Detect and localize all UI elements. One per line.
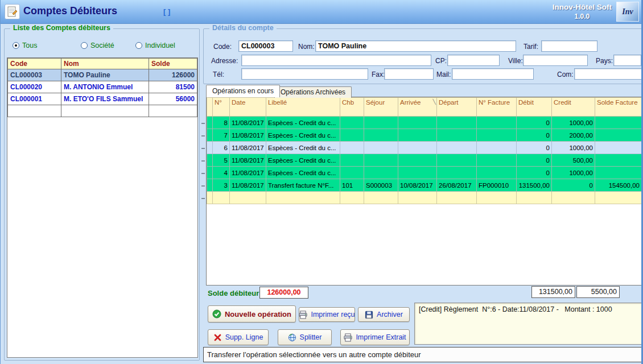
filter-radio-tous[interactable]: Tous bbox=[13, 42, 37, 49]
nouvelle-operation-label: Nouvelle opération bbox=[225, 310, 291, 318]
app-window: Comptes Débiteurs [ ] Innov-Hôtel Soft 1… bbox=[0, 0, 643, 364]
nouvelle-operation-button[interactable]: Nouvelle opération bbox=[208, 305, 296, 322]
op-facture bbox=[477, 117, 517, 129]
ville-input[interactable] bbox=[523, 55, 588, 66]
op-sejour: S000003 bbox=[364, 179, 398, 192]
operations-table: N° Date Libellé Chb Séjour Arrivée Dépar… bbox=[207, 97, 642, 204]
titlebar-brackets: [ ] bbox=[163, 7, 170, 16]
clients-header-code[interactable]: Code bbox=[8, 59, 61, 69]
client-row-empty bbox=[8, 105, 197, 117]
archiver-button[interactable]: Archiver bbox=[358, 307, 410, 322]
imprimer-extrait-button[interactable]: Imprimer Extrait bbox=[340, 329, 410, 345]
radio-circle-icon bbox=[135, 42, 142, 49]
ops-header-facture[interactable]: N° Facture bbox=[477, 98, 517, 117]
empty-cell bbox=[266, 192, 340, 204]
operation-row[interactable]: 811/08/2017Espèces - Credit du c...01000… bbox=[207, 117, 642, 129]
tel-input[interactable] bbox=[241, 68, 368, 80]
ops-header-depart[interactable]: Départ bbox=[437, 98, 477, 117]
op-libelle: Espèces - Credit du c... bbox=[266, 154, 340, 167]
clients-list[interactable]: Code Nom Solde CL000003TOMO Pauline12600… bbox=[7, 57, 198, 358]
op-n: 6 bbox=[213, 142, 230, 154]
ops-header-debit[interactable]: Débit bbox=[517, 98, 552, 117]
filter-radios: TousSociétéIndividuel bbox=[9, 42, 195, 52]
ops-header-arrivee[interactable]: Arrivée bbox=[398, 98, 437, 117]
supprimer-ligne-button[interactable]: Supp. Ligne bbox=[208, 329, 269, 345]
empty-cell bbox=[207, 192, 213, 204]
archiver-label: Archiver bbox=[377, 311, 403, 318]
op-date: 11/08/2017 bbox=[230, 167, 266, 179]
operation-row-empty bbox=[207, 192, 642, 204]
solde-debiteur-value: 126000,00 bbox=[259, 287, 308, 299]
row-selector bbox=[207, 117, 213, 129]
operation-row[interactable]: 511/08/2017Espèces - Credit du c...0500,… bbox=[207, 154, 642, 167]
ops-header-libelle[interactable]: Libellé bbox=[266, 98, 340, 117]
operation-row[interactable]: 311/08/2017Transfert facture N°F...101S0… bbox=[207, 179, 642, 192]
tarif-input[interactable] bbox=[541, 40, 597, 52]
splitter-label: Splitter bbox=[300, 333, 322, 341]
op-debit: 0 bbox=[517, 129, 552, 142]
op-libelle: Transfert facture N°F... bbox=[266, 179, 340, 192]
ops-header-sejour[interactable]: Séjour bbox=[364, 98, 398, 117]
filter-radio-individuel[interactable]: Individuel bbox=[135, 42, 175, 49]
empty-cell bbox=[230, 192, 266, 204]
clients-header-solde[interactable]: Solde bbox=[149, 59, 197, 69]
op-arrivee bbox=[398, 167, 437, 179]
solde-debiteur-label: Solde débiteur bbox=[208, 289, 259, 297]
titlebar: Comptes Débiteurs [ ] Innov-Hôtel Soft 1… bbox=[1, 0, 641, 24]
cp-input[interactable] bbox=[447, 55, 500, 66]
tab-operations-en-cours[interactable]: Opérations en cours bbox=[206, 85, 280, 97]
empty-cell bbox=[340, 192, 364, 204]
client-row[interactable]: CL000020M. ANTONIO Emmuel81500 bbox=[8, 81, 197, 93]
ops-header-chb[interactable]: Chb bbox=[340, 98, 364, 117]
app-identity: Innov-Hôtel Soft 1.0.0 bbox=[553, 3, 612, 21]
radio-label: Individuel bbox=[145, 42, 175, 49]
ops-header-numero[interactable]: N° bbox=[213, 98, 230, 117]
supprimer-ligne-label: Supp. Ligne bbox=[225, 333, 263, 341]
tab-operations-archivees[interactable]: Opérations Archivées bbox=[274, 86, 352, 98]
mail-input[interactable] bbox=[452, 68, 534, 80]
empty-cell bbox=[552, 192, 595, 204]
fax-input[interactable] bbox=[384, 68, 434, 80]
operation-row[interactable]: 611/08/2017Espèces - Credit du c...01000… bbox=[207, 142, 642, 154]
clients-header-row: Code Nom Solde bbox=[8, 59, 197, 69]
total-debit-value: 131500,00 bbox=[531, 286, 575, 298]
op-facture bbox=[477, 142, 517, 154]
client-row[interactable]: CL000003TOMO Pauline126000 bbox=[8, 69, 197, 81]
splitter-button[interactable]: Splitter bbox=[278, 329, 332, 345]
ops-header-date[interactable]: Date bbox=[230, 98, 266, 117]
op-debit: 0 bbox=[517, 142, 552, 154]
operation-row[interactable]: 711/08/2017Espèces - Credit du c...02000… bbox=[207, 129, 642, 142]
op-chb bbox=[340, 117, 364, 129]
op-arrivee: 10/08/2017 bbox=[398, 179, 437, 192]
imprimer-recu-button[interactable]: Imprimer reçu bbox=[299, 307, 355, 322]
op-date: 11/08/2017 bbox=[230, 129, 266, 142]
details-group-title: Détails du compte bbox=[209, 24, 277, 32]
code-label: Code: bbox=[213, 43, 232, 51]
ops-header-credit[interactable]: Credit bbox=[552, 98, 595, 117]
filter-radio-société[interactable]: Société bbox=[81, 42, 114, 49]
op-facture: FP000010 bbox=[477, 179, 517, 192]
op-sejour bbox=[364, 154, 398, 167]
empty-cell bbox=[398, 192, 437, 204]
adresse-input[interactable] bbox=[241, 55, 431, 66]
clients-header-nom[interactable]: Nom bbox=[61, 59, 149, 69]
ops-header-solde-facture[interactable]: Solde Facture bbox=[595, 98, 642, 117]
com-input[interactable] bbox=[574, 68, 642, 80]
operation-row[interactable]: 411/08/2017Espèces - Credit du c...01000… bbox=[207, 167, 642, 179]
pays-input[interactable] bbox=[613, 55, 641, 66]
nom-input[interactable] bbox=[315, 40, 516, 52]
client-code: CL000020 bbox=[8, 81, 61, 93]
code-input[interactable] bbox=[238, 40, 293, 52]
op-depart bbox=[437, 154, 477, 167]
printer-icon bbox=[299, 311, 307, 319]
op-date: 11/08/2017 bbox=[230, 179, 266, 192]
op-arrivee bbox=[398, 129, 437, 142]
op-solde bbox=[595, 167, 642, 179]
adresse-label: Adresse: bbox=[211, 57, 238, 65]
radio-circle-icon bbox=[13, 42, 19, 49]
operations-grid[interactable]: N° Date Libellé Chb Séjour Arrivée Dépar… bbox=[206, 97, 642, 286]
client-row[interactable]: CL000001M. ETO'O FILS Sammuel56000 bbox=[8, 93, 197, 105]
op-debit: 131500,00 bbox=[517, 179, 552, 192]
nom-label: Nom: bbox=[298, 43, 315, 51]
debtors-group: Liste des Comptes débiteurs TousSociétéI… bbox=[4, 28, 200, 361]
